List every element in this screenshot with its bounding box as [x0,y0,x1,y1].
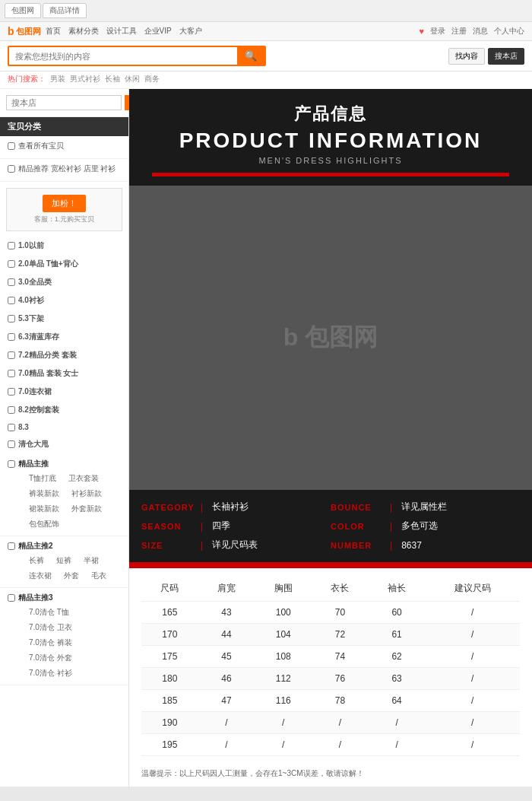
sidebar-item-pants[interactable]: 裤装新款 [18,487,59,501]
sidebar-item-bag[interactable]: 包包配饰 [18,517,59,531]
nav-links-top: 首页 素材分类 设计工具 企业VIP 大客户 [46,26,202,37]
hot-tag-2[interactable]: 男式衬衫 [70,74,100,84]
browser-tab-1[interactable]: 包图网 [5,3,41,18]
favorites-icon[interactable]: ♥ [419,27,424,36]
search-type-content-btn[interactable]: 找内容 [448,48,485,65]
hot-tag-1[interactable]: 男装 [50,74,65,84]
sidebar-group-4: 4.0衬衫 [0,292,128,310]
cell-r0-c2: 100 [255,602,312,624]
main-layout: 🔍 宝贝分类 查看所有宝贝 精品推荐 宽松衬衫 店里 衬衫 加粉！ 客服：1.元… [0,89,532,787]
sidebar-g3-label: 3.0全品类 [18,277,52,288]
sidebar-item-skirt[interactable]: 裙装新款 [18,502,59,516]
sidebar-featured2-checkbox[interactable] [8,542,15,550]
sidebar-group-10: 8.2控制套装 [0,402,128,420]
nav-link-messages[interactable]: 消息 [473,26,488,37]
cell-r0-c5: / [425,602,520,624]
sidebar-item-clearance-tshirt[interactable]: 7.0清仓 T恤 [18,606,69,619]
nav-link-login[interactable]: 登录 [430,26,445,37]
sidebar-item-dress[interactable]: 连衣裙 [18,569,52,583]
hot-tag-3[interactable]: 长袖 [105,74,120,84]
cell-r1-c3: 72 [312,624,369,646]
sidebar-item-jacket[interactable]: 外套 [53,569,79,583]
sidebar-item-clearance-hoodie[interactable]: 7.0清仓 卫衣 [18,621,72,634]
sidebar-item-clearance-shirt[interactable]: 7.0清仓 衬衫 [18,666,72,680]
sidebar-g7-checkbox[interactable] [8,351,15,359]
promo-button[interactable]: 加粉！ [43,195,86,212]
utility-right: ♥ 登录 注册 消息 个人中心 [419,26,524,37]
sidebar-item-sweater[interactable]: 毛衣 [81,569,106,583]
cell-r1-c0: 170 [141,624,198,646]
sidebar-item-clearance-pants[interactable]: 7.0清仓 裤装 [18,636,72,650]
cell-r5-c3: / [312,712,369,734]
sidebar-search-input[interactable] [6,95,122,110]
hot-tag-5[interactable]: 商务 [144,74,160,84]
cell-r2-c1: 45 [198,646,255,668]
sidebar-title: 宝贝分类 [0,117,128,136]
sidebar-g8-checkbox[interactable] [8,370,15,377]
logo-b-icon: b [8,25,14,37]
sidebar-item-coat[interactable]: 外套新款 [61,502,102,516]
size-table: 尺码 肩宽 胸围 衣长 袖长 建议尺码 165431007060/1704410… [141,576,520,756]
nav-link-category[interactable]: 素材分类 [68,26,99,37]
info-value-gategory: 长袖衬衫 [212,501,249,513]
cell-r4-c2: 116 [255,690,312,712]
cell-r5-c2: / [255,712,312,734]
banner-title-cn: 产品信息 [152,103,509,126]
info-cell-gategory: GATEGORY | 长袖衬衫 [141,501,331,513]
search-type-store-btn[interactable]: 搜本店 [488,48,524,65]
sidebar-featured-checkbox[interactable] [8,460,15,468]
nav-link-vip[interactable]: 企业VIP [144,26,172,37]
cell-r3-c5: / [425,668,520,690]
search-input[interactable] [9,49,237,64]
nav-link-home[interactable]: 首页 [46,26,61,37]
nav-link-profile[interactable]: 个人中心 [494,26,524,37]
sidebar-clearance-label: 清仓大甩 [18,439,49,450]
sidebar-cat-featured-label: 精品推荐 宽松衬衫 店里 衬衫 [18,164,116,174]
promo-sub-text: 客服：1.元购买宝贝 [13,215,116,224]
sidebar-cat-all-checkbox[interactable] [8,142,15,150]
info-cell-season: SEASON | 四季 [141,520,331,532]
sidebar-featured3-items: 7.0清仓 T恤 7.0清仓 卫衣 7.0清仓 裤装 7.0清仓 外套 7.0清… [8,606,121,680]
sidebar-item-halfskirt[interactable]: 半裙 [73,554,99,567]
sidebar-g3-checkbox[interactable] [8,278,15,286]
search-button[interactable]: 🔍 [237,47,264,65]
sidebar-g1-checkbox[interactable] [8,242,15,250]
sidebar-item-shortpants[interactable]: 短裤 [46,554,71,567]
info-sep-2: | [390,502,392,513]
sidebar-cat-featured-checkbox[interactable] [8,165,15,173]
sidebar-g8-label: 7.0精品 套装 女士 [18,368,78,379]
size-table-header-bar [129,562,532,568]
cell-r0-c3: 70 [312,602,369,624]
browser-tabs: 包图网 商品详情 [5,3,87,18]
sidebar-item-hoodie[interactable]: 卫衣套装 [58,472,99,485]
sidebar-featured3-checkbox[interactable] [8,594,15,602]
sidebar-item-clearance-coat[interactable]: 7.0清仓 外套 [18,651,72,665]
sidebar-g9-checkbox[interactable] [8,388,15,396]
sidebar-item-shirt[interactable]: 衬衫新款 [61,487,102,501]
product-info-table: GATEGORY | 长袖衬衫 BOUNCE | 详见属性栏 SEASON | … [129,490,532,562]
sidebar-group-11: 8.3 [0,420,128,436]
info-row-3: SIZE | 详见尺码表 NUMBER | 8637 [141,536,520,555]
browser-tab-2[interactable]: 商品详情 [43,3,87,18]
sidebar-g6-checkbox[interactable] [8,333,15,341]
col-header-shoulder: 肩宽 [198,576,255,602]
sidebar-item-tshirt[interactable]: T恤打底 [18,472,56,485]
nav-link-register[interactable]: 注册 [451,26,467,37]
sidebar-g5-checkbox[interactable] [8,315,15,323]
sidebar-g10-checkbox[interactable] [8,406,15,414]
sidebar-g2-checkbox[interactable] [8,260,15,268]
sidebar-g4-checkbox[interactable] [8,297,15,304]
sidebar-g10-label: 8.2控制套装 [18,405,59,415]
sidebar-item-longpants[interactable]: 长裤 [18,554,44,567]
cell-r1-c5: / [425,624,520,646]
search-type-buttons: 找内容 搜本店 [448,48,524,65]
nav-link-tools[interactable]: 设计工具 [106,26,137,37]
sidebar-clearance-checkbox[interactable] [8,440,15,448]
utility-left: b 包图网 首页 素材分类 设计工具 企业VIP 大客户 [8,25,202,37]
sidebar-g11-checkbox[interactable] [8,424,15,431]
hot-tag-4[interactable]: 休闲 [125,74,140,84]
nav-link-enterprise[interactable]: 大客户 [179,26,202,37]
sidebar-group-3: 3.0全品类 [0,274,128,292]
footer-note: 温馨提示：以上尺码因人工测量，会存在1~3CM误差，敬请谅解！ [129,764,532,787]
sidebar-group-1: 1.0以前 [0,237,128,256]
